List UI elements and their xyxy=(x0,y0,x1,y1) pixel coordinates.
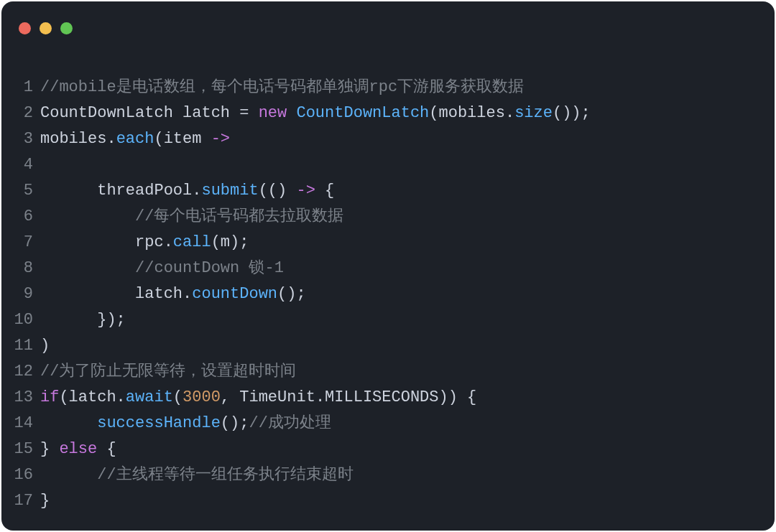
token: mobiles. xyxy=(40,130,116,148)
zoom-icon[interactable] xyxy=(60,22,73,34)
code-editor[interactable]: 1 //mobile是电话数组，每个电话号码都单独调rpc下游服务获取数据 2 … xyxy=(1,42,775,514)
line-number: 3 xyxy=(1,126,40,152)
comment-text: //为了防止无限等待，设置超时时间 xyxy=(40,363,296,381)
code-line: 8 //countDown 锁-1 xyxy=(1,256,775,281)
code-line: 3 mobiles.each(item -> xyxy=(1,126,775,152)
token: } xyxy=(40,440,59,458)
close-icon[interactable] xyxy=(19,22,31,34)
function-name: successHandle xyxy=(97,414,221,432)
indent xyxy=(40,182,97,200)
method-name: size xyxy=(514,104,553,122)
line-number: 17 xyxy=(1,488,40,514)
line-number: 14 xyxy=(1,411,40,437)
code-content: }); xyxy=(40,307,775,333)
token: , TimeUnit.MILLISECONDS)) { xyxy=(221,388,476,406)
comment-text: //countDown 锁-1 xyxy=(135,259,284,277)
line-number: 13 xyxy=(1,385,40,411)
token: (latch. xyxy=(59,388,125,406)
line-number: 8 xyxy=(1,256,40,281)
code-line: 16 //主线程等待一组任务执行结束超时 xyxy=(1,462,775,488)
minimize-icon[interactable] xyxy=(40,22,52,34)
code-content: ) xyxy=(40,333,775,359)
code-line: 15 } else { xyxy=(1,437,775,462)
token: ) xyxy=(40,337,50,355)
code-content: latch.countDown(); xyxy=(40,281,775,307)
indent xyxy=(40,311,97,329)
code-content: //countDown 锁-1 xyxy=(40,256,775,281)
line-number: 1 xyxy=(1,75,40,101)
token: } xyxy=(40,492,50,510)
token: { xyxy=(315,182,334,200)
code-line: 14 successHandle();//成功处理 xyxy=(1,411,775,437)
line-number: 15 xyxy=(1,437,40,462)
token: rpc. xyxy=(135,233,173,251)
line-number: 7 xyxy=(1,230,40,256)
arrow-operator: -> xyxy=(211,130,230,148)
line-number: 2 xyxy=(1,101,40,126)
code-content: } else { xyxy=(40,437,775,462)
line-number: 9 xyxy=(1,281,40,307)
code-line: 4 xyxy=(1,152,775,178)
line-number: 4 xyxy=(1,152,40,178)
line-number: 16 xyxy=(1,462,40,488)
code-line: 2 CountDownLatch latch = new CountDownLa… xyxy=(1,101,775,126)
token: (); xyxy=(277,285,306,303)
code-content: //每个电话号码都去拉取数据 xyxy=(40,204,775,230)
token: (m); xyxy=(211,233,249,251)
token: ( xyxy=(173,388,183,406)
token: = xyxy=(239,104,249,122)
comment-text: //mobile是电话数组，每个电话号码都单独调rpc下游服务获取数据 xyxy=(40,78,524,96)
code-content: rpc.call(m); xyxy=(40,230,775,256)
code-content: //mobile是电话数组，每个电话号码都单独调rpc下游服务获取数据 xyxy=(40,75,775,101)
token: (); xyxy=(221,414,249,432)
code-content: mobiles.each(item -> xyxy=(40,126,775,152)
token: { xyxy=(97,440,116,458)
code-line: 13 if(latch.await(3000, TimeUnit.MILLISE… xyxy=(1,385,775,411)
number-literal: 3000 xyxy=(183,388,221,406)
keyword-if: if xyxy=(40,388,59,406)
code-line: 12 //为了防止无限等待，设置超时时间 xyxy=(1,359,775,385)
line-number: 10 xyxy=(1,307,40,333)
token: CountDownLatch latch xyxy=(40,104,239,122)
token: (item xyxy=(154,130,211,148)
token: threadPool. xyxy=(97,182,201,200)
arrow-operator: -> xyxy=(296,182,315,200)
indent xyxy=(40,414,97,432)
line-number: 11 xyxy=(1,333,40,359)
line-number: 5 xyxy=(1,178,40,204)
indent xyxy=(40,466,97,484)
window-titlebar xyxy=(1,1,775,42)
comment-text: //主线程等待一组任务执行结束超时 xyxy=(97,466,353,484)
keyword-else: else xyxy=(59,440,97,458)
code-line: 10 }); xyxy=(1,307,775,333)
code-window: 1 //mobile是电话数组，每个电话号码都单独调rpc下游服务获取数据 2 … xyxy=(1,1,775,531)
code-line: 5 threadPool.submit(() -> { xyxy=(1,178,775,204)
comment-text: //每个电话号码都去拉取数据 xyxy=(135,207,343,225)
method-name: call xyxy=(173,233,211,251)
code-content: if(latch.await(3000, TimeUnit.MILLISECON… xyxy=(40,385,775,411)
line-number: 6 xyxy=(1,204,40,230)
code-line: 17 } xyxy=(1,488,775,514)
line-number: 12 xyxy=(1,359,40,385)
code-line: 11 ) xyxy=(1,333,775,359)
method-name: submit xyxy=(201,182,258,200)
method-name: await xyxy=(126,388,173,406)
indent xyxy=(40,285,135,303)
code-content: } xyxy=(40,488,775,514)
code-content: CountDownLatch latch = new CountDownLatc… xyxy=(40,101,775,126)
token: }); xyxy=(97,311,126,329)
code-line: 1 //mobile是电话数组，每个电话号码都单独调rpc下游服务获取数据 xyxy=(1,75,775,101)
token: ()); xyxy=(553,104,591,122)
code-content: threadPool.submit(() -> { xyxy=(40,178,775,204)
constructor-name: CountDownLatch xyxy=(287,104,429,122)
token: (() xyxy=(259,182,297,200)
code-content: successHandle();//成功处理 xyxy=(40,411,775,437)
indent xyxy=(40,207,135,225)
comment-text: //成功处理 xyxy=(249,414,331,432)
indent xyxy=(40,233,135,251)
method-name: countDown xyxy=(192,285,277,303)
code-content: //主线程等待一组任务执行结束超时 xyxy=(40,462,775,488)
code-line: 7 rpc.call(m); xyxy=(1,230,775,256)
token: latch. xyxy=(135,285,192,303)
method-name: each xyxy=(116,130,154,148)
